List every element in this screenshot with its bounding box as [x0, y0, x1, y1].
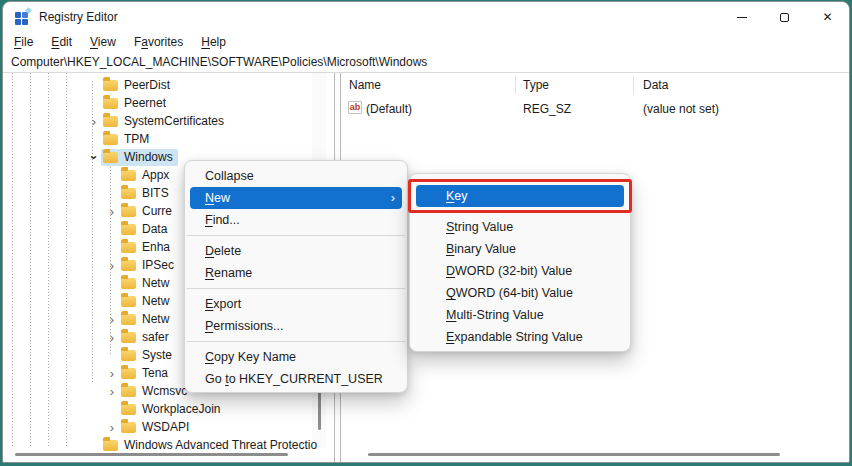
column-separator[interactable] [633, 76, 634, 94]
tree-item-label[interactable]: Appx [142, 168, 169, 182]
expander-icon[interactable]: › [105, 421, 119, 434]
tree-item-label[interactable]: Syste [142, 348, 172, 362]
folder-icon [121, 368, 136, 379]
tree-item-label[interactable]: SystemCertificates [124, 114, 224, 128]
submenu-item[interactable]: Binary Value [416, 238, 624, 260]
expander-icon[interactable]: › [105, 259, 119, 272]
column-header-type[interactable]: Type [523, 78, 549, 92]
context-menu: Collapse New › Find... Delete Rename [184, 160, 408, 393]
tree-item-label[interactable]: Netw [142, 294, 169, 308]
minimize-icon [737, 17, 747, 18]
folder-icon [121, 170, 136, 181]
tree-item-label[interactable]: TPM [124, 132, 149, 146]
menu-separator [412, 211, 628, 212]
folder-icon [103, 116, 118, 127]
value-data: (value not set) [643, 102, 719, 116]
menu-bar: File Edit View Favorites Help [3, 32, 849, 52]
expander-icon[interactable]: › [88, 150, 101, 164]
folder-icon [103, 134, 118, 145]
tree-item[interactable]: Windows Advanced Threat Protectio [3, 436, 334, 454]
menubar-item[interactable]: View [81, 35, 125, 49]
column-header-name[interactable]: Name [349, 78, 381, 92]
tree-item[interactable]: PeerDist [3, 76, 334, 94]
submenu-item[interactable]: Expandable String Value [416, 326, 624, 348]
tree-item[interactable]: WorkplaceJoin [3, 400, 334, 418]
tree-item-label[interactable]: IPSec [142, 258, 174, 272]
menubar-item-label: Help [201, 35, 226, 49]
column-separator[interactable] [515, 76, 516, 94]
context-menu-item[interactable]: Export [190, 293, 402, 315]
expander-icon[interactable]: › [105, 385, 119, 398]
context-menu-item[interactable]: Collapse [190, 165, 402, 187]
submenu-item-label: Key [446, 189, 468, 203]
context-menu-item-label: Collapse [205, 169, 254, 183]
tree-item-label[interactable]: Data [142, 222, 167, 236]
tree-item-label[interactable]: Netw [142, 276, 169, 290]
context-menu-item-label: Go to HKEY_CURRENT_USER [205, 372, 383, 386]
folder-icon [121, 422, 136, 433]
context-menu-item[interactable]: New › [190, 187, 402, 209]
expander-icon[interactable]: › [87, 115, 101, 128]
submenu-item[interactable]: QWORD (64-bit) Value [416, 282, 624, 304]
tree-item[interactable]: › SystemCertificates [3, 112, 334, 130]
tree-item-label[interactable]: safer [142, 330, 169, 344]
tree-item[interactable]: › WSDAPI [3, 418, 334, 436]
submenu-item[interactable]: String Value [416, 216, 624, 238]
tree-item-label[interactable]: Enha [142, 240, 170, 254]
tree-item-label[interactable]: WSDAPI [142, 420, 189, 434]
tree-hscroll-thumb[interactable] [15, 453, 288, 456]
values-hscroll-thumb[interactable] [368, 453, 780, 456]
menubar-item[interactable]: Favorites [125, 35, 192, 49]
context-menu-item[interactable]: Rename [190, 262, 402, 284]
expander-icon[interactable]: › [105, 205, 119, 218]
context-menu-item[interactable]: Permissions... [190, 315, 402, 337]
context-menu-item[interactable]: Go to HKEY_CURRENT_USER [190, 368, 402, 390]
expander-icon[interactable]: › [105, 313, 119, 326]
context-menu-item[interactable]: Delete [190, 240, 402, 262]
tree-item-label[interactable]: PeerDist [124, 78, 170, 92]
tree-item-label[interactable]: Tena [142, 366, 168, 380]
folder-icon [121, 296, 136, 307]
menubar-item[interactable]: Help [192, 35, 235, 49]
registry-editor-app-icon [14, 9, 30, 25]
tree-item-label[interactable]: Windows [124, 150, 173, 164]
menubar-item[interactable]: File [5, 35, 42, 49]
tree-item[interactable]: Peernet [3, 94, 334, 112]
folder-icon [103, 98, 118, 109]
tree-item-label[interactable]: WorkplaceJoin [142, 402, 220, 416]
tree-vscroll-thumb[interactable] [318, 390, 321, 430]
expander-icon[interactable]: › [105, 367, 119, 380]
submenu-item[interactable]: DWORD (32-bit) Value [416, 260, 624, 282]
folder-icon [103, 80, 118, 91]
close-button[interactable]: ✕ [806, 2, 849, 32]
menubar-item-label: View [90, 35, 116, 49]
menubar-item[interactable]: Edit [42, 35, 81, 49]
folder-icon [103, 152, 118, 163]
maximize-button[interactable] [763, 2, 806, 32]
submenu-item-label: String Value [446, 220, 513, 234]
tree-item[interactable]: TPM [3, 130, 334, 148]
folder-icon [121, 224, 136, 235]
submenu-item[interactable]: Multi-String Value [416, 304, 624, 326]
submenu-item[interactable]: Key [416, 185, 624, 207]
expander-icon[interactable]: › [105, 331, 119, 344]
tree-item-label[interactable]: Curre [142, 204, 172, 218]
submenu-item-label: QWORD (64-bit) Value [446, 286, 573, 300]
tree-item-label[interactable]: BITS [142, 186, 169, 200]
column-headers: Name Type Data [341, 73, 849, 97]
maximize-icon [780, 13, 789, 22]
value-type: REG_SZ [523, 102, 571, 116]
value-row[interactable]: ab (Default) REG_SZ (value not set) [341, 100, 849, 118]
folder-icon [121, 260, 136, 271]
tree-item-label[interactable]: Netw [142, 312, 169, 326]
context-menu-item[interactable]: Find... [190, 209, 402, 231]
tree-item-label[interactable]: Peernet [124, 96, 166, 110]
tree-item-label[interactable]: Windows Advanced Threat Protectio [124, 438, 317, 452]
context-menu-item[interactable]: Copy Key Name [190, 346, 402, 368]
column-header-data[interactable]: Data [643, 78, 668, 92]
context-menu-item-label: Export [205, 297, 241, 311]
minimize-button[interactable] [720, 2, 763, 32]
tree-item-label[interactable]: Wcmsvc [142, 384, 187, 398]
address-bar[interactable]: Computer\HKEY_LOCAL_MACHINE\SOFTWARE\Pol… [3, 52, 849, 73]
submenu-arrow-icon: › [391, 190, 395, 205]
